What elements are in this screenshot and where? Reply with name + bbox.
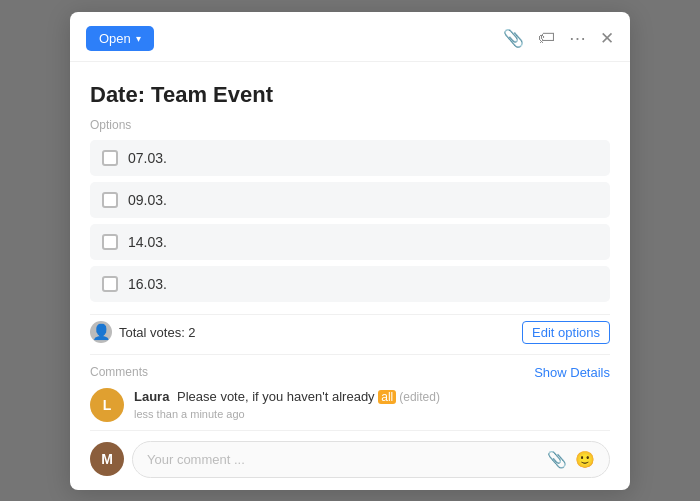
comment-author-0: Laura: [134, 389, 169, 404]
input-emoji-icon[interactable]: 🙂: [575, 450, 595, 469]
votes-row: 👤 Total votes: 2 Edit options: [90, 314, 610, 355]
options-list: 07.03. 09.03. 14.03. 16.03.: [90, 140, 610, 302]
comment-body-0: Please vote, if you haven't already: [173, 389, 378, 404]
option-item-2[interactable]: 14.03.: [90, 224, 610, 260]
comment-input-placeholder: Your comment ...: [147, 452, 245, 467]
option-checkbox-3[interactable]: [102, 276, 118, 292]
open-button[interactable]: Open ▾: [86, 26, 154, 51]
votes-avatar: 👤: [90, 321, 112, 343]
more-icon[interactable]: ⋯: [569, 28, 586, 49]
input-icons: 📎 🙂: [547, 450, 595, 469]
option-checkbox-2[interactable]: [102, 234, 118, 250]
option-item-0[interactable]: 07.03.: [90, 140, 610, 176]
option-checkbox-1[interactable]: [102, 192, 118, 208]
close-icon[interactable]: ✕: [600, 28, 614, 49]
option-checkbox-0[interactable]: [102, 150, 118, 166]
paperclip-icon[interactable]: 📎: [503, 28, 524, 49]
option-label-3: 16.03.: [128, 276, 167, 292]
modal-overlay: Open ▾ 📎 🏷 ⋯ ✕ Date: Team Event Options …: [0, 0, 700, 501]
comments-section: Comments Show Details L Laura Please vot…: [90, 365, 610, 490]
options-label: Options: [90, 118, 610, 132]
modal: Open ▾ 📎 🏷 ⋯ ✕ Date: Team Event Options …: [70, 12, 630, 490]
comment-edited-0: (edited): [399, 390, 440, 404]
open-label: Open: [99, 31, 131, 46]
comment-input-avatar: M: [90, 442, 124, 476]
comment-time-0: less than a minute ago: [134, 408, 610, 420]
votes-left: 👤 Total votes: 2: [90, 321, 196, 343]
modal-header: Open ▾ 📎 🏷 ⋯ ✕: [70, 12, 630, 62]
option-label-1: 09.03.: [128, 192, 167, 208]
comment-content-0: Laura Please vote, if you haven't alread…: [134, 388, 610, 420]
comments-label: Comments: [90, 365, 148, 379]
comment-highlight-0: all: [378, 390, 396, 404]
comment-input-row: M Your comment ... 📎 🙂: [90, 430, 610, 490]
votes-text: Total votes: 2: [119, 325, 196, 340]
edit-options-button[interactable]: Edit options: [522, 321, 610, 344]
comments-header: Comments Show Details: [90, 365, 610, 380]
option-label-0: 07.03.: [128, 150, 167, 166]
avatar-person-icon: 👤: [92, 323, 111, 341]
open-caret: ▾: [136, 33, 141, 44]
option-item-1[interactable]: 09.03.: [90, 182, 610, 218]
option-item-3[interactable]: 16.03.: [90, 266, 610, 302]
header-icons: 📎 🏷 ⋯ ✕: [503, 28, 614, 49]
input-attachment-icon[interactable]: 📎: [547, 450, 567, 469]
option-label-2: 14.03.: [128, 234, 167, 250]
show-details-button[interactable]: Show Details: [534, 365, 610, 380]
comment-avatar-0: L: [90, 388, 124, 422]
comment-text-0: Laura Please vote, if you haven't alread…: [134, 388, 610, 406]
comment-item-0: L Laura Please vote, if you haven't alre…: [90, 388, 610, 422]
tag-icon[interactable]: 🏷: [538, 28, 555, 48]
modal-body: Date: Team Event Options 07.03. 09.03. 1…: [70, 62, 630, 490]
comment-input-wrapper[interactable]: Your comment ... 📎 🙂: [132, 441, 610, 478]
modal-title: Date: Team Event: [90, 82, 610, 108]
